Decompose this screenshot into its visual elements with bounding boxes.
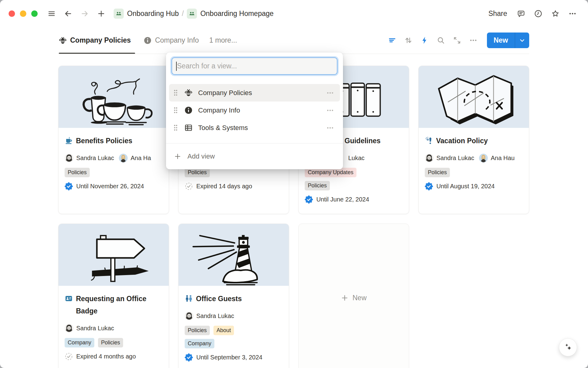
card-status-row: Until November 26, 2024 [65,182,169,190]
person: Ana Ha [119,154,151,163]
tag-company: Company [185,339,214,348]
window-close-button[interactable] [9,10,15,17]
status-text: Until September 3, 2024 [196,354,262,361]
add-view-button[interactable]: Add view [166,144,343,169]
card-cover-lighthouse-sketch [179,224,289,286]
card-title: Vacation Policy [436,135,488,147]
tag-policies: Policies [305,181,330,190]
card-status-row: Until September 3, 2024 [185,353,289,362]
sort-icon[interactable] [400,33,417,48]
tab-company-policies[interactable]: Company Policies [59,27,135,54]
share-button[interactable]: Share [485,8,510,20]
comment-icon[interactable] [514,7,527,20]
window-controls [9,10,38,17]
tag-policies: Policies [98,338,123,347]
status-text: Until August 19, 2024 [436,183,495,190]
tag-policies: Policies [185,326,210,335]
view-item-more-icon[interactable] [325,88,336,98]
view-menu-item-0[interactable]: Company Policies [169,84,340,102]
people-icon [185,294,193,303]
new-card-placeholder[interactable]: New [298,224,409,368]
new-page-icon[interactable] [95,7,107,20]
more-icon[interactable] [566,7,579,20]
card-cover-map-sketch [419,66,529,128]
text-cursor [176,62,177,71]
window-minimize-button[interactable] [20,10,26,17]
card-tag-row: CompanyPolicies [65,338,169,347]
card-title-row: Office Guests [185,293,289,305]
view-menu-item-label: Company Info [198,106,325,114]
card-tag-row: Company [185,339,289,348]
view-item-more-icon[interactable] [325,123,336,132]
person: Sandra Lukac [425,154,474,163]
new-button-label[interactable]: New [487,33,515,48]
filter-icon[interactable] [384,33,400,48]
card-body: Office GuestsSandra LukacPoliciesAboutCo… [179,286,289,368]
history-icon[interactable] [532,7,545,20]
more-views-button[interactable]: 1 more... [209,36,237,44]
expand-icon[interactable] [449,33,465,48]
drag-handle-icon[interactable] [173,124,179,131]
window-zoom-button[interactable] [31,10,38,17]
verified-icon [65,182,73,190]
card-title: Requesting an Office Badge [76,293,152,317]
view-menu-list: Company PoliciesCompany InfoTools & Syst… [169,84,340,136]
topbar-actions: Share [485,7,579,20]
breadcrumb: Onboarding Hub / Onboarding Homepage [112,7,275,20]
tag-policies: Policies [425,168,450,177]
drag-handle-icon[interactable] [173,89,179,96]
new-card-text: New [352,294,367,302]
verified-icon [305,195,313,204]
star-icon[interactable] [549,7,562,20]
topbar: Onboarding Hub / Onboarding Homepage Sha… [0,0,588,27]
view-tabs: Company Policies Company Info 1 more... [59,27,237,54]
card-title: Guidelines [345,135,381,147]
person-name: Sandra Lukac [196,312,234,320]
view-actions: New [384,33,529,48]
forward-icon[interactable] [78,7,91,20]
drag-handle-icon[interactable] [173,107,179,114]
verified-icon [185,353,193,362]
card-status-row: Until June 22, 2024 [305,195,409,204]
person: Lukac [348,155,364,162]
card-office-guests[interactable]: Office GuestsSandra LukacPoliciesAboutCo… [178,224,289,368]
person: Sandra Lukac [185,312,234,320]
back-icon[interactable] [62,7,74,20]
tab-label: Company Policies [70,36,131,44]
verified-icon [425,182,433,190]
view-menu-item-1[interactable]: Company Info [169,102,340,119]
breadcrumb-hub[interactable]: Onboarding Hub [112,7,181,20]
avatar-ana [119,154,128,163]
breadcrumb-page-label: Onboarding Homepage [200,10,273,18]
bolt-icon[interactable] [417,33,433,48]
view-search-input[interactable] [172,57,337,75]
sidebar-menu-icon[interactable] [45,7,58,20]
view-menu-item-2[interactable]: Tools & Systems [169,119,340,136]
breadcrumb-page[interactable]: Onboarding Homepage [185,7,275,20]
view-menu-item-label: Company Policies [198,89,325,97]
view-search [172,57,337,75]
search-icon[interactable] [433,33,449,48]
notion-window: Onboarding Hub / Onboarding Homepage Sha… [0,0,588,368]
new-button[interactable]: New [487,33,529,48]
card-tag-row: Policies [305,181,409,190]
plus-icon [341,294,349,302]
card-people-row: Sandra LukacAna Hau [425,152,529,163]
card-body: Vacation PolicySandra LukacAna HauPolici… [419,128,529,214]
person-name: Sandra Lukac [76,155,114,162]
expired-icon [65,352,73,361]
card-office-badge[interactable]: Requesting an Office BadgeSandra LukacCo… [58,224,169,368]
add-view-label: Add view [187,152,215,160]
chevron-down-icon[interactable] [515,33,529,48]
person-name: Sandra Lukac [436,155,474,162]
card-benefits-policies[interactable]: Benefits PoliciesSandra LukacAna HaPolic… [58,66,169,214]
person: Ana Hau [479,154,514,163]
person: Sandra Lukac [65,324,114,333]
tab-company-info[interactable]: Company Info [144,27,199,54]
more-icon[interactable] [465,33,481,48]
view-item-more-icon[interactable] [325,106,336,115]
card-vacation-policy[interactable]: Vacation PolicySandra LukacAna HauPolici… [418,66,529,214]
notion-ai-button[interactable] [559,338,577,356]
person-name: Sandra Lukac [76,325,114,332]
tag-policies: Policies [65,168,90,177]
